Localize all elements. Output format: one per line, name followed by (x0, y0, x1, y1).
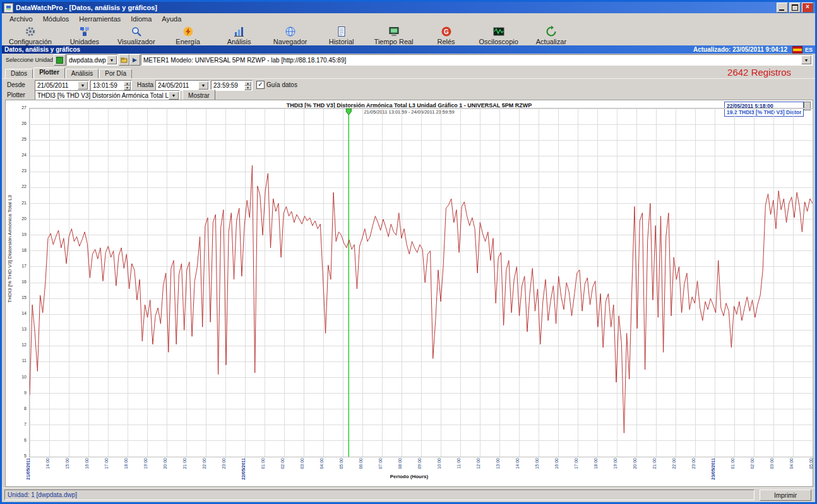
y-tick-label: 20 (6, 216, 27, 221)
toolbar-button-tiempo-real[interactable]: Tiempo Real (373, 25, 415, 46)
desde-label: Desde (7, 81, 25, 88)
title-bar[interactable]: DataWatchPro - [Datos, análisis y gráfic… (2, 2, 815, 13)
spin-down-icon[interactable]: ▼ (244, 86, 251, 90)
tab-por-dia[interactable]: Por Día (99, 69, 132, 78)
chevron-down-icon[interactable]: ▼ (107, 56, 117, 64)
chevron-down-icon[interactable]: ▼ (78, 81, 88, 90)
menu-ayuda[interactable]: Ayuda (157, 15, 186, 23)
x-tick-label: 18:00 (593, 458, 598, 469)
x-tick-label: 23:00 (691, 458, 696, 469)
hasta-date-value: 24/05/2011 (158, 81, 199, 90)
toolbar-button-navegador[interactable]: Navegador (270, 25, 311, 46)
x-tick-label: 21:00 (182, 458, 187, 469)
toolbar-button-reles[interactable]: G Relés (426, 25, 467, 46)
toolbar-button-historial[interactable]: Historial (321, 25, 362, 46)
plotter-variable-value: THDI3 [% THD V3] Distorsión Armónica Tot… (37, 91, 169, 100)
x-tick-label: 15:00 (535, 458, 539, 469)
x-tick-label: 15:00 (65, 458, 69, 469)
toolbar-button-configuracion[interactable]: Configuración (7, 25, 54, 46)
tab-analisis[interactable]: Análisis (66, 69, 98, 78)
chevron-down-icon[interactable]: ▼ (801, 56, 811, 64)
x-tick-label: 01:00 (261, 458, 265, 469)
minimize-button[interactable] (777, 3, 788, 13)
toolbar-button-analisis[interactable]: Análisis (219, 25, 259, 46)
green-grid-icon (56, 57, 63, 64)
x-tick-label: 20:00 (633, 458, 637, 469)
toolbar-label: Visualizador (117, 38, 155, 45)
menu-idioma[interactable]: Idioma (126, 15, 157, 23)
imprimir-button[interactable]: Imprimir (760, 489, 811, 501)
y-tick-label: 12 (6, 343, 27, 347)
restore-button[interactable] (789, 3, 801, 13)
y-tick-label: 26 (6, 121, 27, 126)
menu-modulos[interactable]: Módulos (38, 15, 75, 23)
x-tick-label: 04:00 (319, 458, 324, 469)
tab-datos[interactable]: Datos (5, 69, 33, 78)
unit-selection-row: Seleccione Unidad dwpdata.dwp ▼ METER1 M… (2, 54, 815, 66)
toolbar-button-visualizador[interactable]: Visualizador (116, 25, 157, 46)
relay-icon: G (440, 25, 453, 38)
x-tick-label: 17:00 (104, 458, 109, 469)
tab-plotter[interactable]: Plotter (33, 67, 65, 78)
toolbar-label: Historial (329, 38, 354, 45)
document-icon (335, 25, 348, 38)
toolbar-label: Configuración (9, 38, 52, 45)
x-tick-label: 03:00 (770, 458, 774, 469)
y-tick-label: 7 (6, 422, 27, 426)
application-window: DataWatchPro - [Datos, análisis y gráfic… (0, 0, 817, 504)
toolbar-button-unidades[interactable]: Unidades (64, 25, 105, 46)
window-frame: DataWatchPro - [Datos, análisis y gráfic… (0, 0, 817, 504)
guia-datos-label: Guía datos (266, 81, 297, 88)
spin-up-icon[interactable]: ▲ (124, 81, 131, 86)
x-tick-label: 22:00 (672, 458, 676, 469)
chevron-down-icon[interactable]: ▼ (169, 91, 179, 100)
toolbar-label: Tiempo Real (374, 38, 414, 45)
records-count: 2642 Registros (727, 67, 791, 78)
toolbar-label: Navegador (273, 38, 307, 45)
chevron-down-icon[interactable]: ▼ (198, 81, 208, 90)
gear-icon (24, 25, 37, 38)
close-button[interactable]: × (802, 3, 813, 13)
x-tick-label: 14:00 (45, 458, 50, 469)
hasta-time-spinner[interactable]: 23:59:59 ▲▼ (211, 80, 253, 91)
toolbar-button-osciloscopio[interactable]: Osciloscopio (477, 25, 520, 46)
toolbar-button-energia[interactable]: Energía (168, 25, 208, 46)
y-tick-label: 27 (6, 105, 27, 110)
x-tick-label: 22:00 (202, 458, 206, 469)
x-tick-label: 14:00 (515, 458, 520, 469)
y-tick-label: 22 (6, 184, 27, 189)
menu-herramientas[interactable]: Herramientas (74, 15, 126, 23)
desde-time-value: 13:01:59 (93, 81, 123, 90)
spin-up-icon[interactable]: ▲ (244, 81, 251, 86)
desde-date-combo[interactable]: 21/05/2011 ▼ (35, 80, 89, 91)
y-tick-label: 5 (6, 454, 27, 458)
meter-combo[interactable]: METER1 Modelo: UNIVERSAL 5PM RZWP - lab … (141, 54, 813, 66)
toolbar-label: Osciloscopio (479, 38, 518, 45)
toolbar-button-actualizar[interactable]: Actualizar (531, 25, 571, 46)
open-file-button[interactable] (119, 54, 129, 66)
x-axis-title: Periodo (Hours) (6, 474, 813, 479)
x-tick-label: 05:00 (809, 458, 813, 469)
y-tick-label: 16 (6, 279, 27, 284)
toolbar-label: Energía (176, 38, 200, 45)
load-data-button[interactable] (129, 54, 140, 66)
menu-archivo[interactable]: Archivo (4, 15, 38, 23)
y-tick-label: 10 (6, 375, 27, 379)
x-tick-label: 17:00 (574, 458, 578, 469)
menu-bar: Archivo Módulos Herramientas Idioma Ayud… (2, 13, 815, 24)
plotter-label: Plotter (7, 91, 25, 98)
chart-svg[interactable] (29, 108, 813, 457)
x-tick-label: 19:00 (143, 458, 148, 469)
y-tick-label: 25 (6, 137, 27, 141)
y-tick-label: 23 (6, 168, 27, 173)
x-tick-label: 08:00 (398, 458, 402, 469)
desde-time-spinner[interactable]: 13:01:59 ▲▼ (90, 80, 132, 91)
status-unit-text: Unidad: 1 [dwpdata.dwp] (4, 489, 754, 500)
spin-down-icon[interactable]: ▼ (124, 86, 131, 90)
data-file-combo[interactable]: dwpdata.dwp ▼ (66, 54, 118, 66)
x-tick-label: 06:00 (359, 458, 363, 469)
connect-unit-button[interactable] (54, 54, 66, 66)
guia-datos-checkbox[interactable]: ✓ (256, 81, 265, 89)
x-tick-label: 02:00 (750, 458, 754, 469)
section-header: Datos, análisis y gráficos Actualizado: … (2, 45, 815, 54)
